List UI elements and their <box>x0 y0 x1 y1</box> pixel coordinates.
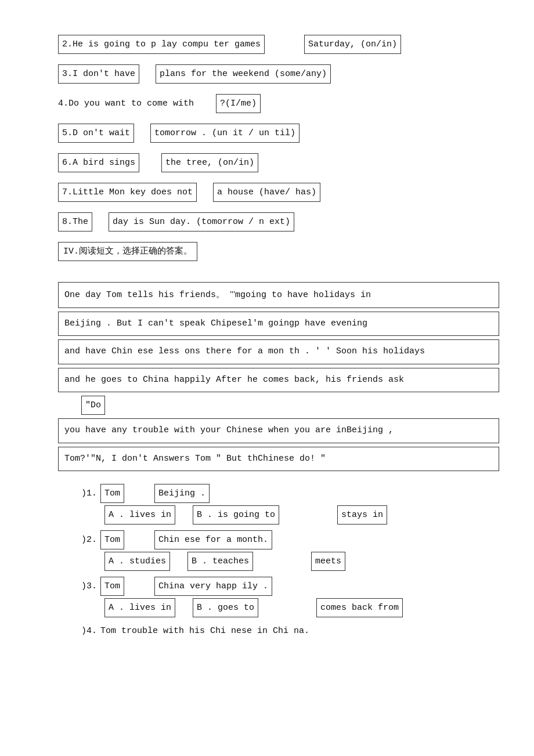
q3-num: )3. <box>81 578 97 594</box>
section-iv-header: IV.阅读短文，选择正确的答案。 <box>58 242 499 272</box>
q4-text: Tom trouble with his Chi nese in Chi na. <box>100 623 309 639</box>
sentence-6-answer: the tree, (on/in) <box>161 153 258 172</box>
passage-line-4: and he goes to China happily After he co… <box>58 368 499 393</box>
sentence-6: 6.A bird sings the tree, (on/in) <box>58 153 499 172</box>
question-1: )1. Tom Beijing . A . lives in B . is go… <box>58 484 499 525</box>
passage-block: One day Tom tells his friends。 "'mgoing … <box>58 282 499 471</box>
sentence-3: 3.I don't have plans for the weekend (so… <box>58 64 499 84</box>
q1-subject: Tom <box>100 484 124 503</box>
q3-option-a: A . lives in <box>104 598 175 617</box>
q2-option-a: A . studies <box>104 552 170 571</box>
sentence-5-main: 5.D on't wait <box>58 124 134 143</box>
sentence-7-main: 7.Little Mon key does not <box>58 183 197 202</box>
sentence-4: 4.Do you want to come with ?(I/me) <box>58 94 499 113</box>
passage-line-3: and have Chin ese less ons there for a m… <box>58 339 499 364</box>
passage-line-2: Beijing . But I can't speak Chipesel'm g… <box>58 312 499 337</box>
q1-num: )1. <box>81 486 97 501</box>
passage-line-1: One day Tom tells his friends。 "'mgoing … <box>58 282 499 308</box>
sentence-4-text: 4.Do you want to come with <box>58 96 194 111</box>
sentence-2-main: 2.He is going to p lay compu ter games <box>58 35 265 54</box>
passage-do-box: "Do <box>81 396 105 415</box>
q3-subject: Tom <box>100 577 124 596</box>
sentence-5: 5.D on't wait tomorrow . (un it / un til… <box>58 124 499 143</box>
sentence-3-main: 3.I don't have <box>58 64 139 84</box>
q1-rest: Beijing . <box>154 484 210 503</box>
q1-option-c: stays in <box>337 505 387 525</box>
section-iv-label: IV.阅读短文，选择正确的答案。 <box>58 242 197 261</box>
sentence-8: 8.The day is Sun day. (tomorrow / n ext) <box>58 212 499 231</box>
q2-num: )2. <box>81 532 97 548</box>
sentence-7: 7.Little Mon key does not a house (have/… <box>58 183 499 202</box>
sentence-7-answer: a house (have/ has) <box>213 183 320 202</box>
passage-line-5: "Do <box>81 396 499 415</box>
sentence-3-answer: plans for the weekend (some/any) <box>156 64 331 84</box>
q4-num: )4. <box>81 623 97 639</box>
sentence-6-main: 6.A bird sings <box>58 153 139 172</box>
q3-option-b: B . goes to <box>193 598 258 617</box>
q2-option-c: meets <box>311 552 345 571</box>
question-2: )2. Tom Chin ese for a month. A . studie… <box>58 530 499 571</box>
q2-subject: Tom <box>100 530 124 549</box>
passage-line-6: you have any trouble with your Chinese w… <box>58 418 499 443</box>
sentence-2: 2.He is going to p lay compu ter games S… <box>58 35 499 54</box>
sentence-8-answer: day is Sun day. (tomorrow / n ext) <box>109 212 294 231</box>
q2-rest: Chin ese for a month. <box>154 530 272 549</box>
sentence-4-answer: ?(I/me) <box>216 94 261 113</box>
sentence-2-answer: Saturday, (on/in) <box>304 35 401 54</box>
q1-option-a: A . lives in <box>104 505 175 525</box>
q2-option-b: B . teaches <box>187 552 253 571</box>
q3-rest: China very happ ily . <box>154 577 272 596</box>
question-3: )3. Tom China very happ ily . A . lives … <box>58 577 499 617</box>
sentence-8-main: 8.The <box>58 212 92 231</box>
passage-line-7: Tom?'"N, I don't Answers Tom " But thChi… <box>58 447 499 472</box>
sentence-5-answer: tomorrow . (un it / un til) <box>150 124 300 143</box>
question-4: )4. Tom trouble with his Chi nese in Chi… <box>58 623 499 639</box>
q1-option-b: B . is going to <box>193 505 279 525</box>
q3-option-c: comes back from <box>316 598 403 617</box>
